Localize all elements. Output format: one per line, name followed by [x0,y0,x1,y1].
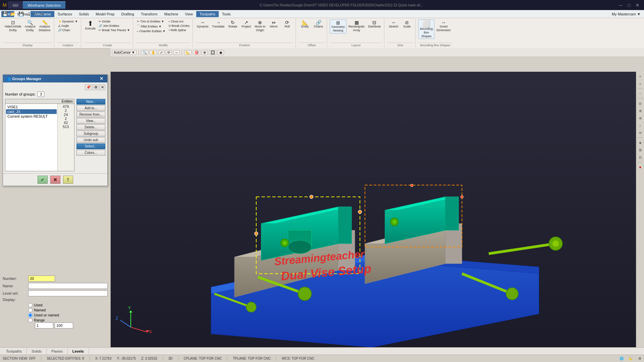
tab-mill[interactable]: Mill [8,1,23,9]
vp-btn-snap[interactable]: 📐 [184,50,192,55]
btn-view[interactable]: View... [76,118,105,124]
number-input[interactable] [28,276,55,282]
rs-btn-plus1[interactable]: + [637,73,644,80]
ribbon-btn-rotate[interactable]: ↻ Rotate [226,19,239,29]
rs-btn-circle[interactable]: ◎ [637,100,644,107]
qat-save[interactable]: 💾 [17,11,25,17]
dialog-cancel-button[interactable]: ✖ [50,176,60,184]
qat-open[interactable]: 📂 [9,11,17,17]
group-item-empty3[interactable] [6,128,57,133]
menu-surfaces[interactable]: Surfaces [54,11,75,17]
ribbon-btn-close-arc[interactable]: ○ Close Arc [167,19,191,23]
rs-btn-minus[interactable]: − [637,90,644,97]
level-set-input[interactable] [28,290,108,296]
rs-btn-x[interactable]: ⊗ [637,115,644,121]
menu-machine[interactable]: Machine [161,11,182,17]
ribbon-btn-break-two[interactable]: ✂ Break Two Pieces ▼ [98,28,131,32]
vp-btn-zoom[interactable]: 🔍 [141,50,148,55]
radio-used[interactable]: Used [28,303,108,307]
menu-toolpaths[interactable]: Toolpaths [196,11,219,17]
radio-named[interactable]: Named [28,308,108,312]
ribbon-btn-roll[interactable]: ⟳ Roll [281,19,293,29]
ribbon-btn-distribute[interactable]: ⊟ Distribute [367,19,382,29]
btn-remove-from[interactable]: Remove from... [76,112,105,117]
ribbon-btn-move-to-origin[interactable]: ⊕ Move toOrigin [253,19,267,33]
vp-btn-autocursor[interactable]: AutoCursor ▼ [112,50,137,55]
bottom-tab-levels[interactable]: Levels [68,348,89,354]
vp-btn-pan[interactable]: ✋ [150,50,157,55]
btn-add-to[interactable]: Add to... [76,105,105,111]
menu-transform[interactable]: Transform [138,11,161,17]
menu-my-mastercam[interactable]: My Mastercam ▼ [608,11,644,17]
ribbon-btn-join-entities[interactable]: 🔗 Join Entities [98,24,131,28]
qat-new[interactable]: 💾 [1,11,9,17]
status-btn-2[interactable]: 📐 [629,357,633,360]
qat-print[interactable]: 🖨 [25,11,32,17]
rs-btn-plus2[interactable]: + [637,80,644,87]
ribbon-btn-mirror[interactable]: ⇔ Mirror [267,19,280,29]
menu-view[interactable]: View [181,11,196,17]
dialog-settings-button[interactable]: ⚙ [93,84,99,90]
ribbon-btn-bounding-box-shapes[interactable]: ⬜ BoundingBoxShapes [418,19,434,39]
dialog-pin-button[interactable]: 📌 [85,84,92,90]
rs-btn-red[interactable]: ■ [637,164,644,170]
dialog-close-button[interactable]: ✕ [98,76,105,81]
bottom-tab-toolpaths[interactable]: Toolpaths [1,348,27,354]
ribbon-btn-translate[interactable]: → Translate [211,19,226,29]
rs-btn-grid[interactable]: ⊞ [637,146,644,153]
vp-btn-display-opts[interactable]: ◉ [218,50,224,55]
radio-used-or-named[interactable]: Used or named [28,313,108,317]
menu-solids[interactable]: Solids [75,11,92,17]
vp-btn-origin[interactable]: ⊕ [202,50,208,55]
ribbon-btn-refit-spline[interactable]: ~ Refit Spline [167,28,191,32]
menu-drafting[interactable]: Drafting [118,11,138,17]
rs-btn-arrows[interactable]: ↕ [637,122,644,129]
ribbon-btn-dynamic[interactable]: ⚡ Dynamic ▼ [57,19,79,23]
ribbon-btn-scale[interactable]: ⊘ Scale [400,19,413,29]
maximize-button[interactable]: □ [626,2,632,8]
vp-btn-fit[interactable]: ⤢ [158,50,164,55]
ribbon-btn-smart-dimension[interactable]: ↔ SmartDimension [435,19,452,33]
range-from-input[interactable] [35,322,53,328]
close-button[interactable]: ✕ [634,2,641,8]
radio-named-input[interactable] [28,308,33,312]
ribbon-btn-break-circles[interactable]: ⊙ Break Circles [167,24,191,28]
ribbon-btn-chain[interactable]: 🔗 Chain [57,28,79,32]
qat-undo[interactable]: ↩ [33,11,38,17]
radio-used-or-named-input[interactable] [28,313,33,317]
menu-tools[interactable]: Tools [219,11,234,17]
ribbon-btn-chamfer[interactable]: ⌐ Chamfer Entities ▼ [136,29,166,33]
rs-btn-cross[interactable]: ⊕ [637,107,644,114]
ribbon-btn-analyze-entity[interactable]: 🔍 AnalyzeEntity [23,19,37,33]
vp-btn-rotate-view[interactable]: ⟳ [166,50,172,55]
group-item-cast[interactable]: cast_JX [6,109,57,114]
group-item-vise1[interactable]: VISE1 [6,105,57,109]
btn-select[interactable]: Select... [76,143,105,149]
ribbon-btn-entity-offset[interactable]: 📐 Entity [299,19,311,29]
rs-btn-rotate[interactable]: ⟳ [637,129,644,136]
btn-delete[interactable]: Delete... [76,124,105,130]
btn-undo-sub[interactable]: Undo sub [76,137,105,143]
ribbon-btn-geometry-nesting[interactable]: ⊞ GeometryNesting [330,19,346,34]
btn-subgroup[interactable]: Subgroup [76,131,105,136]
bottom-tab-solids[interactable]: Solids [27,348,47,354]
bottom-tab-planes[interactable]: Planes [47,348,68,354]
group-item-result[interactable]: Current system RESULT [6,114,57,119]
radio-range-input[interactable] [28,318,33,322]
ribbon-btn-extrude[interactable]: ⬆ Extrude [84,19,97,31]
ribbon-btn-fillet[interactable]: ⌒ Fillet Entities ▼ [136,24,166,29]
rs-btn-square[interactable]: ⊡ [637,154,644,161]
vp-btn-planes[interactable]: 🔲 [209,50,216,55]
ribbon-btn-angle[interactable]: ∠ Angle [57,24,79,28]
rs-btn-diamond[interactable]: ◈ [637,139,644,146]
group-item-empty2[interactable] [6,123,57,128]
vp-btn-translate-view[interactable]: ↔ [173,50,180,55]
viewport[interactable]: Streamingteacher Dual Vise Setup X Y Z 1… [111,72,636,362]
ribbon-btn-divide[interactable]: ✂ Divide [98,19,131,23]
name-input[interactable] [28,283,108,289]
dialog-other-button[interactable]: ⇑ [63,176,73,184]
tab-wireframe-selection[interactable]: Wireframe Selection [23,1,65,9]
group-item-empty1[interactable] [6,119,57,123]
btn-new[interactable]: New... [76,99,105,105]
range-to-input[interactable] [55,322,73,328]
